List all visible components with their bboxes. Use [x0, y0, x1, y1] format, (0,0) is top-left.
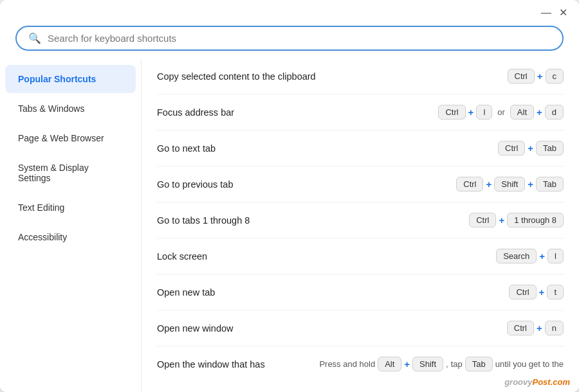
- plus-sign: +: [539, 251, 545, 262]
- key-badge: l: [547, 249, 564, 263]
- key-badge: Tab: [536, 141, 564, 156]
- search-icon: 🔍: [28, 32, 41, 44]
- watermark: groovyPost.com: [504, 377, 570, 387]
- key-badge: Ctrl: [508, 69, 535, 84]
- shortcut-desc-3: Go to previous tab: [157, 179, 456, 190]
- shortcut-desc-4: Go to tabs 1 through 8: [157, 215, 469, 226]
- watermark-suffix: Post.com: [532, 377, 570, 387]
- key-badge: Ctrl: [469, 213, 496, 227]
- shortcut-keys-7: Ctrl+n: [507, 321, 564, 335]
- shortcut-row-2: Go to next tabCtrl+Tab: [157, 130, 564, 166]
- main-content: Popular ShortcutsTabs & WindowsPage & We…: [0, 58, 579, 392]
- plus-sign: +: [537, 71, 543, 82]
- sidebar-item-accessibility[interactable]: Accessibility: [5, 223, 136, 251]
- shortcut-row-4: Go to tabs 1 through 8Ctrl+1 through 8: [157, 202, 564, 238]
- shortcut-keys-1: Ctrl+lorAlt+d: [438, 105, 564, 120]
- key-badge: Alt: [510, 105, 534, 120]
- title-bar: — ✕: [0, 0, 579, 23]
- shortcut-desc-1: Focus address bar: [157, 107, 438, 118]
- close-button[interactable]: ✕: [555, 6, 571, 19]
- shortcut-row-6: Open new tabCtrl+t: [157, 274, 564, 310]
- plus-sign: +: [537, 107, 542, 118]
- key-badge: t: [547, 285, 564, 299]
- shortcut-keys-8: Press and holdAlt+Shift,tapTabuntil you …: [319, 357, 564, 371]
- shortcut-row-0: Copy selected content to the clipboardCt…: [157, 58, 564, 94]
- shortcut-keys-3: Ctrl+Shift+Tab: [456, 177, 564, 192]
- shortcut-desc-5: Lock screen: [157, 251, 496, 262]
- shortcut-desc-6: Open new tab: [157, 287, 509, 298]
- shortcuts-list: Copy selected content to the clipboardCt…: [142, 58, 579, 392]
- key-badge: Tab: [465, 357, 493, 371]
- key-badge: Alt: [378, 357, 401, 371]
- sidebar-item-tabs[interactable]: Tabs & Windows: [5, 94, 136, 123]
- plus-sign: +: [499, 215, 504, 226]
- key-badge: n: [545, 321, 564, 335]
- sidebar: Popular ShortcutsTabs & WindowsPage & We…: [0, 58, 142, 392]
- shortcut-desc-8: Open the window that has: [157, 359, 319, 370]
- search-input[interactable]: [48, 33, 551, 44]
- key-badge: c: [546, 69, 564, 84]
- key-badge: 1 through 8: [507, 213, 564, 227]
- sidebar-item-popular[interactable]: Popular Shortcuts: [5, 65, 136, 93]
- plus-sign: +: [468, 107, 474, 118]
- sidebar-item-system[interactable]: System & Display Settings: [5, 154, 136, 192]
- shortcut-keys-5: Search+l: [496, 249, 564, 263]
- plus-sign: +: [528, 179, 533, 190]
- key-badge: Ctrl: [438, 105, 465, 120]
- search-bar-container: 🔍: [15, 26, 564, 51]
- shortcut-keys-0: Ctrl+c: [508, 69, 564, 84]
- plus-sign: +: [537, 323, 542, 334]
- plus-sign: +: [539, 287, 545, 298]
- shortcut-desc-2: Go to next tab: [157, 143, 498, 154]
- key-badge: Ctrl: [498, 141, 525, 156]
- key-badge: Tab: [536, 177, 564, 192]
- key-text2: tap: [451, 359, 463, 369]
- shortcut-row-8: Open the window that hasPress and holdAl…: [157, 346, 564, 382]
- main-window: — ✕ 🔍 Popular ShortcutsTabs & WindowsPag…: [0, 0, 579, 392]
- shortcut-keys-4: Ctrl+1 through 8: [469, 213, 564, 227]
- key-text3: until you get to the: [495, 359, 564, 369]
- comma: ,: [446, 359, 448, 369]
- shortcut-row-7: Open new windowCtrl+n: [157, 310, 564, 346]
- shortcut-keys-2: Ctrl+Tab: [498, 141, 564, 156]
- plus-sign: +: [486, 179, 492, 190]
- plus-sign: +: [528, 143, 533, 154]
- key-badge: l: [476, 105, 492, 120]
- plus-sign: +: [404, 359, 410, 370]
- minimize-button[interactable]: —: [537, 6, 555, 19]
- key-badge: Ctrl: [507, 321, 534, 335]
- key-text: Press and hold: [319, 359, 375, 369]
- shortcut-row-1: Focus address barCtrl+lorAlt+d: [157, 94, 564, 130]
- key-badge: Shift: [412, 357, 443, 371]
- shortcut-desc-0: Copy selected content to the clipboard: [157, 71, 508, 82]
- shortcut-row-5: Lock screenSearch+l: [157, 238, 564, 274]
- key-badge: Shift: [494, 177, 525, 192]
- shortcut-row-3: Go to previous tabCtrl+Shift+Tab: [157, 166, 564, 202]
- search-bar-area: 🔍: [0, 23, 579, 58]
- shortcut-keys-6: Ctrl+t: [509, 285, 564, 299]
- sidebar-item-text[interactable]: Text Editing: [5, 193, 136, 222]
- key-badge: Ctrl: [509, 285, 536, 299]
- key-badge: Ctrl: [456, 177, 483, 192]
- or-text: or: [497, 107, 505, 117]
- sidebar-item-page[interactable]: Page & Web Browser: [5, 124, 136, 152]
- key-badge: d: [545, 105, 564, 120]
- key-badge: Search: [496, 249, 537, 263]
- shortcut-desc-7: Open new window: [157, 323, 507, 334]
- watermark-prefix: groovy: [504, 377, 532, 387]
